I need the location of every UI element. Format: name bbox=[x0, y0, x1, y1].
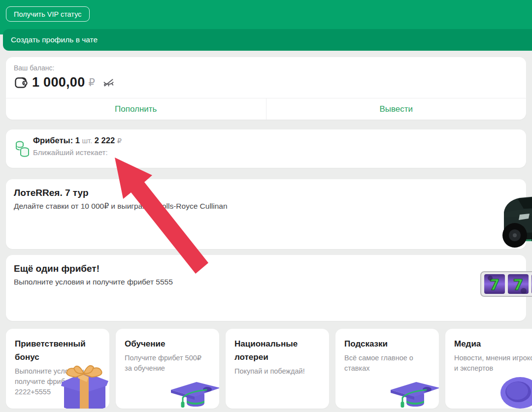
freebets-label: Фрибеты: 1 bbox=[33, 136, 80, 145]
freebets-currency: ₽ bbox=[117, 137, 122, 145]
withdraw-button[interactable]: Вывести bbox=[266, 98, 527, 120]
shortcut-title: Обучение bbox=[125, 337, 210, 350]
shortcut-subtitle: Новости, мнения игроков и экспертов bbox=[454, 353, 532, 374]
promo-title: ЛотеRRея. 7 тур bbox=[14, 188, 89, 198]
freebets-amount: 2 222 bbox=[95, 136, 115, 145]
freebets-text: Фрибеты: 1 шт. 2 222 ₽ Ближайший истекае… bbox=[33, 136, 122, 157]
balance-card: Ваш баланс: 1 000,00 ₽ Пополнить Вывести bbox=[6, 57, 526, 120]
freebets-expiry: Ближайший истекает: bbox=[33, 148, 122, 157]
shortcut-card-national-lotteries[interactable]: Национальные лотереи Покупай и побеждай! bbox=[226, 329, 329, 409]
chat-profile-banner[interactable]: Создать профиль в чате bbox=[3, 29, 532, 51]
whistle-image bbox=[499, 372, 532, 409]
slot-machine-777-image: 7 7 7 7 bbox=[480, 271, 532, 299]
coins-icon bbox=[15, 139, 31, 160]
wallet-icon bbox=[14, 75, 29, 90]
rolls-royce-car-image bbox=[489, 190, 532, 251]
shortcut-title: Подсказки bbox=[344, 337, 430, 350]
balance-label: Ваш баланс: bbox=[14, 64, 54, 72]
freebets-unit: шт. bbox=[82, 137, 92, 145]
freebets-title: Фрибеты: 1 шт. 2 222 ₽ bbox=[33, 136, 122, 145]
shortcut-card-tips[interactable]: Подсказки Всё самое главное о ставках bbox=[335, 329, 439, 409]
balance-actions: Пополнить Вывести bbox=[6, 98, 526, 120]
shortcut-card-welcome-bonus[interactable]: Приветственный бонус Выполните условия и… bbox=[6, 329, 109, 409]
shortcut-title: Национальные лотереи bbox=[234, 337, 320, 364]
balance-currency: ₽ bbox=[89, 77, 95, 89]
shortcut-subtitle: Получите фрибет 500₽ за обучение bbox=[125, 353, 210, 374]
shortcut-card-media[interactable]: Медиа Новости, мнения игроков и эксперто… bbox=[445, 329, 532, 409]
promo-subtitle: Делайте ставки от 10 000₽ и выиграйте Ro… bbox=[14, 202, 228, 211]
graduation-cap-image bbox=[168, 375, 219, 409]
vip-status-button[interactable]: Получить VIP статус bbox=[6, 6, 90, 22]
chat-banner-label: Создать профиль в чате bbox=[11, 35, 98, 44]
balance-row: 1 000,00 ₽ bbox=[14, 75, 115, 90]
balance-amount: 1 000,00 bbox=[32, 75, 85, 90]
gift-box-image bbox=[54, 353, 109, 409]
shortcut-subtitle: Всё самое главное о ставках bbox=[344, 353, 430, 374]
deposit-button[interactable]: Пополнить bbox=[6, 98, 266, 120]
freebet-promo-card[interactable]: Ещё один фрибет! Выполните условия и пол… bbox=[6, 255, 526, 321]
graduation-cap-image bbox=[388, 375, 439, 409]
shortcut-subtitle: Покупай и побеждай! bbox=[234, 366, 320, 377]
lottery-promo-card[interactable]: ЛотеRRея. 7 тур Делайте ставки от 10 000… bbox=[6, 179, 526, 249]
eye-slash-icon[interactable] bbox=[102, 76, 115, 89]
promo-subtitle: Выполните условия и получите фрибет 5555 bbox=[14, 278, 173, 286]
promo-title: Ещё один фрибет! bbox=[14, 263, 100, 274]
freebets-card[interactable]: Фрибеты: 1 шт. 2 222 ₽ Ближайший истекае… bbox=[6, 129, 526, 168]
shortcut-title: Медиа bbox=[454, 337, 532, 350]
shortcut-card-training[interactable]: Обучение Получите фрибет 500₽ за обучени… bbox=[116, 329, 219, 409]
promo-page: { "header": { "vip_button": "Получить VI… bbox=[0, 0, 532, 412]
